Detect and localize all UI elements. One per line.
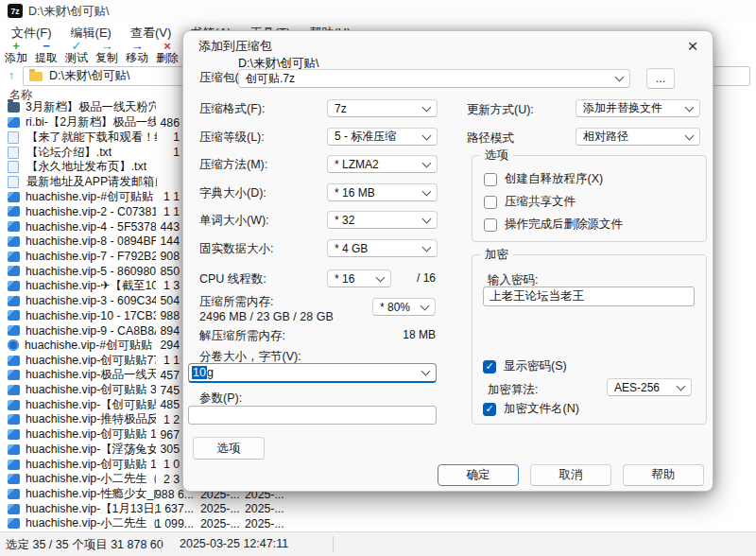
file-size: 504 (140, 294, 180, 307)
file-size: 2 3 (140, 473, 180, 486)
selected-text: 10 (192, 366, 207, 379)
show-password-label: 显示密码(S) (504, 358, 567, 374)
volume-size-input[interactable]: 10g (188, 363, 437, 383)
file-name: huachishe.vip-小二先生（创... (26, 515, 156, 531)
video-file-icon (8, 429, 20, 440)
password-input[interactable]: 上老王论坛当老王 (483, 287, 695, 306)
file-size: 1 1 (140, 205, 180, 218)
file-size: 1 0 (140, 458, 180, 471)
toolbar-extract-button[interactable]: −提取 (31, 41, 61, 65)
ok-button[interactable]: 确定 (438, 464, 519, 486)
file-name: huachishe.vip-5 - 86098025... (26, 265, 156, 278)
menu-item-file[interactable]: 文件(F) (2, 23, 61, 42)
doc-file-icon (8, 161, 19, 173)
file-name: 最新地址及APP请发邮箱自动... (26, 174, 157, 190)
video-file-icon (8, 504, 20, 514)
show-password-checkbox[interactable]: ✓ 显示密码(S) (483, 358, 567, 374)
options-button[interactable]: 选项 (193, 437, 265, 460)
method-select[interactable]: * LZMA2 (327, 155, 438, 173)
file-row[interactable]: huachishe.vip-小二先生（创...1 099...2025-...2… (0, 516, 756, 531)
cancel-button[interactable]: 取消 (530, 464, 611, 486)
video-file-icon (8, 281, 20, 291)
update-mode-select[interactable]: 添加并替换文件 (576, 99, 700, 117)
file-size: 850 (140, 265, 180, 278)
toolbar-extract-label: 提取 (35, 52, 58, 64)
shared-label: 压缩共享文件 (505, 194, 576, 210)
title-bar: 7z D:\来财\创可贴\ (0, 0, 756, 23)
file-name: huachishe.vip-8 - 0894BF62... (26, 235, 156, 248)
solid-select[interactable]: * 4 GB (327, 239, 438, 257)
video-file-icon (8, 518, 20, 529)
format-label: 压缩格式(F): (199, 101, 265, 117)
decompress-memory-label: 解压缩所需内存: (199, 328, 285, 344)
browse-button[interactable]: ... (646, 68, 675, 89)
file-name: huachishe.vip-【1月13日新... (26, 501, 156, 517)
toolbar-move-button[interactable]: →移动 (122, 41, 152, 65)
checkbox-checked-icon: ✓ (483, 403, 496, 416)
status-selection: 选定 35 / 35 个项目 31 878 60 (6, 537, 163, 553)
file-size: 457 (140, 369, 180, 382)
sfx-checkbox[interactable]: 创建自释放程序(X) (484, 171, 603, 187)
file-date: 2025-... (200, 517, 240, 530)
format-select[interactable]: 7z (327, 99, 438, 117)
file-name: huachishe.vip-✈【截至10月... (26, 278, 156, 294)
dictionary-select[interactable]: * 16 MB (327, 183, 438, 201)
address-path: D:\来财\创可贴\ (49, 68, 129, 84)
toolbar-delete-label: 删除 (156, 52, 179, 64)
menu-item-view[interactable]: 查看(V) (121, 23, 180, 42)
chevron-down-icon (421, 301, 430, 310)
video-file-icon (8, 370, 20, 380)
path-mode-select[interactable]: 相对路径 (576, 128, 700, 146)
app-window: 7z D:\来财\创可贴\ 文件(F)编辑(E)查看(V)书签(A)工具(T)帮… (0, 0, 756, 556)
encryption-group: 加密 输入密码: 上老王论坛当老王 ✓ 显示密码(S) 加密算法: AES-25… (472, 254, 707, 425)
dictionary-label: 字典大小(D): (199, 185, 266, 201)
cpu-threads-value: * 16 (335, 272, 354, 286)
memory-percent-select[interactable]: * 80% (372, 298, 436, 316)
parameters-input[interactable] (188, 406, 437, 425)
doc-file-icon (8, 131, 19, 144)
file-name: huachishe.vip-极品一线天粉... (26, 367, 156, 383)
shared-checkbox[interactable]: 压缩共享文件 (484, 194, 576, 210)
cpu-threads-select[interactable]: * 16 (327, 269, 391, 287)
video-file-icon (8, 266, 20, 276)
status-timestamp: 2025-03-25 12:47:11 (180, 537, 288, 550)
file-name: huachishe.vip-9 - CA8B8AE... (26, 324, 156, 338)
toolbar-copy-label: 复制 (95, 52, 118, 64)
file-name: huachishe.vip-性瘾少女_内... (26, 486, 156, 502)
level-label: 压缩等级(L): (199, 130, 265, 146)
file-name: huachishe.vip-10 - 17CB31... (26, 309, 156, 322)
file-name: huachishe.vip-创可贴贴 12... (26, 457, 156, 473)
encryption-method-select[interactable]: AES-256 (607, 378, 692, 396)
chevron-down-icon (422, 186, 432, 196)
file-row[interactable]: huachishe.vip-【1月13日新...1 637...2025-...… (0, 501, 756, 516)
toolbar-copy-button[interactable]: →复制 (92, 41, 122, 65)
checkbox-unchecked-icon (484, 173, 497, 186)
memory-percent-value: * 80% (380, 301, 410, 314)
help-button[interactable]: 帮助 (623, 464, 704, 486)
folder-file-icon (8, 102, 20, 113)
file-name: ri.bi-【2月新档】极品一线天... (26, 114, 156, 130)
level-select[interactable]: 5 - 标准压缩 (327, 128, 438, 146)
close-icon[interactable]: × (680, 34, 705, 59)
parameters-label: 参数(P): (199, 391, 242, 407)
encrypt-names-checkbox[interactable]: ✓ 加密文件名(N) (483, 401, 579, 417)
toolbar-test-button[interactable]: ✓测试 (61, 41, 92, 65)
toolbar-add-button[interactable]: +添加 (1, 41, 31, 65)
delete-after-checkbox[interactable]: 操作完成后删除源文件 (484, 217, 623, 233)
video-file-icon (8, 325, 20, 336)
file-name: huachishe.vip-创可贴贴 1月... (26, 426, 156, 443)
checkbox-unchecked-icon (484, 196, 497, 209)
archive-name-combo[interactable]: 创可贴.7z (238, 69, 630, 88)
update-mode-label: 更新方式(U): (467, 102, 534, 118)
file-name: huachishe.vip-2 - C073819... (26, 205, 156, 218)
toolbar-delete-button[interactable]: ×删除 (152, 41, 182, 65)
format-value: 7z (335, 102, 347, 115)
sfx-label: 创建自释放程序(X) (505, 171, 603, 187)
delete-after-label: 操作完成后删除源文件 (505, 217, 623, 233)
encryption-group-title: 加密 (480, 247, 513, 263)
video-file-icon (8, 489, 20, 499)
video-file-icon (8, 252, 20, 262)
up-arrow-icon[interactable]: ↑ (3, 67, 20, 84)
toolbar-add-label: 添加 (5, 52, 27, 64)
word-select[interactable]: * 32 (327, 211, 438, 229)
